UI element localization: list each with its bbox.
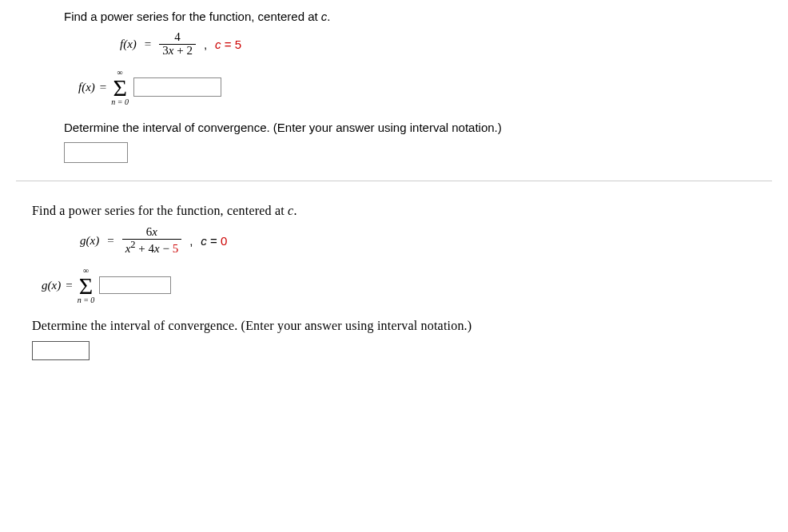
numerator: 4: [171, 31, 184, 44]
c-val: 0: [221, 234, 227, 248]
equals-sign: =: [107, 234, 113, 248]
sigma-icon: Σ: [113, 77, 126, 98]
series-term-input[interactable]: [99, 276, 171, 294]
center-value: c = 5: [215, 38, 241, 51]
series-term-input[interactable]: [133, 77, 221, 97]
num-x: x: [152, 225, 157, 238]
center-value: c = 0: [201, 234, 227, 248]
given-function: f(x) = 4 3x + 2 , c = 5: [120, 31, 772, 58]
page: Find a power series for the function, ce…: [0, 0, 788, 376]
prompt-prefix: Find a power series for the function, ce…: [32, 204, 288, 217]
given-function: g(x) = 6x x2 + 4x − 5 , c = 0: [80, 226, 772, 256]
denominator: 3x + 2: [159, 45, 196, 58]
convergence-prompt: Determine the interval of convergence. (…: [32, 319, 772, 333]
question-divider: [16, 181, 772, 181]
prompt-text: Find a power series for the function, ce…: [64, 10, 772, 23]
sum-lower-limit: n = 0: [78, 296, 95, 304]
sigma-icon: Σ: [79, 276, 93, 296]
sum-lower-limit: n = 0: [111, 98, 129, 106]
c-var: c: [201, 234, 207, 248]
c-eq: =: [207, 234, 221, 248]
fraction: 6x x2 + 4x − 5: [122, 226, 182, 256]
summation: ∞ Σ n = 0: [78, 267, 95, 305]
function-label: f(x): [120, 38, 137, 51]
numerator: 6x: [143, 226, 161, 239]
prompt-text: Find a power series for the function, ce…: [32, 204, 772, 218]
den-plus2: + 2: [173, 44, 192, 57]
prompt-period: .: [293, 204, 296, 217]
series-answer-row: f(x) = ∞ Σ n = 0: [78, 69, 772, 107]
equals-sign: =: [66, 279, 72, 292]
function-label: g(x): [80, 234, 99, 248]
interval-input[interactable]: [64, 142, 128, 163]
c-eq: = 5: [221, 38, 241, 51]
fraction: 4 3x + 2: [159, 31, 196, 58]
equals-sign: =: [100, 81, 106, 94]
equals-sign: =: [145, 38, 151, 51]
den-rest: + 4x − 5: [136, 242, 179, 255]
c-var: c: [215, 38, 221, 51]
prompt-prefix: Find a power series for the function, ce…: [64, 10, 321, 23]
series-answer-row: g(x) = ∞ Σ n = 0: [42, 267, 772, 305]
interval-input[interactable]: [32, 341, 90, 360]
question-1: Find a power series for the function, ce…: [16, 10, 772, 163]
series-fn-label: f(x): [78, 81, 95, 94]
denominator: x2 + 4x − 5: [122, 240, 182, 256]
convergence-prompt: Determine the interval of convergence. (…: [64, 121, 772, 134]
comma: ,: [189, 234, 193, 248]
prompt-period: .: [327, 10, 330, 23]
den-3x: 3: [162, 44, 169, 57]
summation: ∞ Σ n = 0: [111, 69, 129, 107]
comma: ,: [204, 38, 207, 51]
series-fn-label: g(x): [42, 279, 61, 292]
question-2: Find a power series for the function, ce…: [16, 204, 772, 360]
